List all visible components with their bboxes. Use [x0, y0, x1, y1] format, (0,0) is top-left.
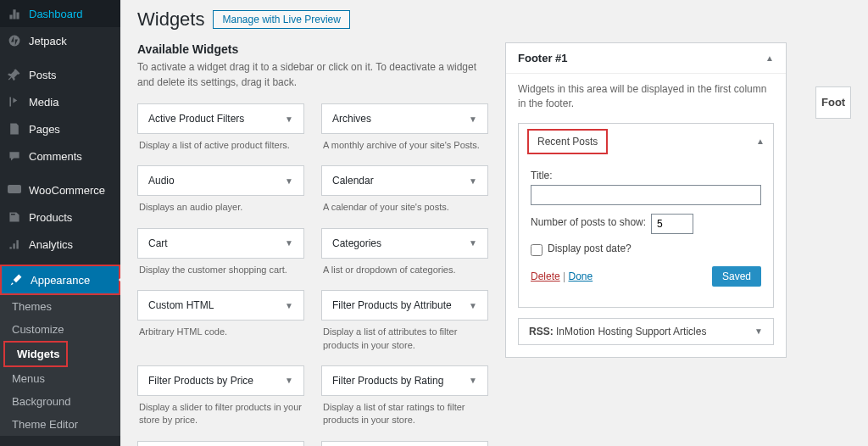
available-widget: Calendar▼A calendar of your site's posts… — [321, 165, 488, 224]
menu-analytics[interactable]: Analytics — [0, 231, 120, 258]
comment-icon — [7, 148, 22, 164]
widget-item[interactable]: Filter Products by Rating▼ — [321, 365, 488, 396]
products-icon — [7, 209, 22, 225]
widget-name: Active Product Filters — [148, 113, 244, 125]
widget-desc: Arbitrary HTML code. — [137, 321, 304, 348]
footer-1-title: Footer #1 — [518, 52, 568, 64]
widget-item[interactable]: Archives▼ — [321, 103, 488, 134]
submenu-menus[interactable]: Menus — [0, 367, 120, 390]
available-widget: Categories▼A list or dropdown of categor… — [321, 228, 488, 287]
available-widget: Cart▼Display the customer shopping cart. — [137, 228, 304, 287]
title-input[interactable] — [531, 185, 761, 205]
menu-plugins[interactable]: Plugins8 — [0, 443, 120, 446]
menu-label: Products — [29, 211, 72, 224]
menu-label: Media — [29, 96, 58, 109]
submenu-theme-editor[interactable]: Theme Editor — [0, 413, 120, 436]
menu-media[interactable]: Media — [0, 88, 120, 115]
submenu-widgets[interactable]: Widgets — [3, 341, 68, 367]
widget-name: Categories — [332, 237, 381, 249]
widget-item[interactable]: Audio▼ — [137, 165, 304, 196]
manage-live-preview-button[interactable]: Manage with Live Preview — [213, 10, 349, 29]
menu-label: Appearance — [31, 274, 90, 287]
menu-products[interactable]: Products — [0, 203, 120, 231]
widget-desc: A monthly archive of your site's Posts. — [321, 134, 488, 162]
submenu-customize[interactable]: Customize — [0, 318, 120, 341]
widget-areas-column: Footer #1 ▲ Widgets in this area will be… — [505, 42, 787, 446]
menu-label: Pages — [29, 123, 60, 136]
available-widget: Audio▼Displays an audio player. — [137, 165, 304, 224]
recent-posts-header[interactable]: Recent Posts ▲ — [519, 124, 773, 159]
available-widgets-title: Available Widgets — [137, 42, 488, 56]
menu-appearance[interactable]: Appearance — [0, 265, 120, 295]
footer-1-header[interactable]: Footer #1 ▲ — [506, 43, 786, 74]
widget-name: Calendar — [332, 175, 374, 187]
chevron-down-icon: ▼ — [285, 176, 293, 186]
chevron-down-icon: ▼ — [285, 301, 293, 310]
done-link[interactable]: Done — [568, 270, 593, 282]
menu-jetpack[interactable]: Jetpack — [0, 27, 120, 54]
chart-icon — [7, 237, 22, 252]
widget-item[interactable]: Calendar▼ — [321, 165, 488, 196]
widget-desc: A list or dropdown of categories. — [321, 259, 488, 287]
menu-posts[interactable]: Posts — [0, 61, 120, 88]
menu-label: Analytics — [29, 238, 73, 251]
menu-label: Posts — [29, 69, 57, 81]
widget-name: Filter Products by Price — [148, 375, 253, 387]
rss-title: InMotion Hosting Support Articles — [556, 326, 706, 337]
footer-peek-area[interactable]: Foot — [815, 86, 851, 119]
chevron-down-icon: ▼ — [285, 376, 293, 385]
rss-widget[interactable]: RSS: InMotion Hosting Support Articles ▼ — [518, 318, 774, 345]
widget-desc: Display a list of attributes to filter p… — [321, 321, 488, 362]
jetpack-icon — [7, 33, 22, 48]
widget-item[interactable]: Filter Products by Attribute▼ — [321, 290, 488, 321]
available-widget: Active Product Filters▼Display a list of… — [137, 103, 304, 162]
menu-woocommerce[interactable]: WooCommerce — [0, 176, 120, 203]
menu-label: Jetpack — [29, 35, 67, 47]
media-icon — [7, 94, 22, 109]
available-widget: Filter Products by Rating▼Display a list… — [321, 365, 488, 438]
chevron-up-icon: ▲ — [765, 53, 774, 63]
widget-desc: Display the customer shopping cart. — [137, 259, 304, 287]
submenu-themes[interactable]: Themes — [0, 295, 120, 318]
available-widget: Filter Products by Price▼Display a slide… — [137, 365, 304, 438]
count-input[interactable] — [651, 214, 693, 234]
available-widget: Archives▼A monthly archive of your site'… — [321, 103, 488, 162]
page-title: Widgets — [137, 8, 204, 31]
available-widget: Filter Products by Attribute▼Display a l… — [321, 290, 488, 362]
recent-posts-widget: Recent Posts ▲ Title: Number of posts to… — [518, 123, 774, 308]
widget-item[interactable]: Custom HTML▼ — [137, 290, 304, 321]
widget-name: Filter Products by Rating — [332, 375, 443, 387]
pin-icon — [7, 67, 22, 82]
menu-pages[interactable]: Pages — [0, 115, 120, 142]
widget-item[interactable]: Image▼ — [321, 441, 488, 446]
submenu-background[interactable]: Background — [0, 390, 120, 413]
available-widget: Image▼ — [321, 441, 488, 446]
display-date-checkbox[interactable] — [531, 244, 542, 256]
pages-icon — [7, 121, 22, 137]
widget-name: Filter Products by Attribute — [332, 299, 452, 311]
main-content: Widgets Manage with Live Preview Availab… — [120, 0, 868, 446]
available-widgets-desc: To activate a widget drag it to a sideba… — [137, 59, 488, 90]
chevron-down-icon: ▼ — [754, 326, 763, 336]
appearance-submenu: Themes Customize Widgets Menus Backgroun… — [0, 295, 120, 436]
recent-posts-title: Recent Posts — [527, 129, 608, 154]
menu-label: WooCommerce — [29, 184, 105, 197]
menu-label: Comments — [29, 150, 82, 163]
admin-sidebar: Dashboard Jetpack Posts Media Pages Comm… — [0, 0, 120, 446]
saved-button[interactable]: Saved — [712, 266, 761, 287]
widget-item[interactable]: Categories▼ — [321, 228, 488, 259]
svg-point-0 — [9, 36, 20, 47]
widget-item[interactable]: Gallery▼ — [137, 441, 304, 446]
delete-link[interactable]: Delete — [531, 270, 560, 282]
widget-desc: Display a list of star ratings to filter… — [321, 396, 488, 438]
widget-item[interactable]: Active Product Filters▼ — [137, 103, 304, 134]
display-date-label: Display post date? — [548, 243, 632, 254]
chevron-up-icon: ▲ — [756, 137, 765, 146]
widget-item[interactable]: Filter Products by Price▼ — [137, 365, 304, 396]
widget-item[interactable]: Cart▼ — [137, 228, 304, 259]
menu-comments[interactable]: Comments — [0, 142, 120, 170]
brush-icon — [8, 272, 24, 287]
widget-name: Custom HTML — [148, 299, 214, 311]
menu-dashboard[interactable]: Dashboard — [0, 0, 120, 27]
chevron-down-icon: ▼ — [469, 176, 477, 186]
